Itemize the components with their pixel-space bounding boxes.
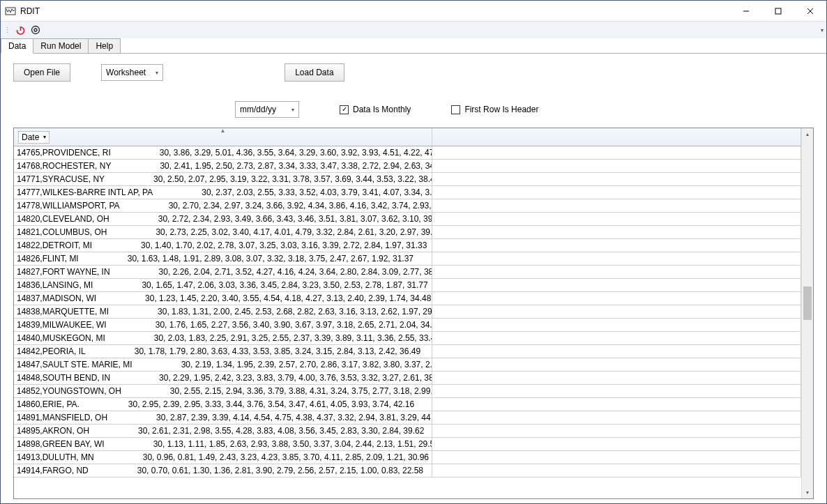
vertical-scrollbar[interactable]: ▴ ▾: [801, 128, 813, 498]
table-row[interactable]: 14842,PEORIA, IL30, 1.78, 1.79, 2.80, 3.…: [14, 345, 801, 358]
grid-cell: [432, 425, 801, 437]
first-row-is-header-checkbox[interactable]: First Row Is Header: [451, 105, 538, 114]
scroll-up-button[interactable]: ▴: [802, 128, 813, 140]
grid-cell: 14895,AKRON, OH30, 2.61, 2.31, 2.98, 3.5…: [14, 425, 432, 437]
table-row[interactable]: 14837,MADISON, WI30, 1.23, 1.45, 2.20, 3…: [14, 292, 801, 305]
grid-cell: 14837,MADISON, WI30, 1.23, 1.45, 2.20, 3…: [14, 292, 432, 305]
chevron-down-icon: ▾: [291, 107, 294, 113]
grid-cell: 14898,GREEN BAY, WI30, 1.13, 1.11, 1.85,…: [14, 438, 432, 450]
grid-cell: 14768,ROCHESTER, NY30, 2.41, 1.95, 2.50,…: [14, 160, 432, 172]
table-row[interactable]: 14826,FLINT, MI30, 1.63, 1.48, 1.91, 2.8…: [14, 252, 801, 266]
grid-cell: 14848,SOUTH BEND, IN30, 2.29, 1.95, 2.42…: [14, 372, 432, 384]
scroll-thumb[interactable]: [803, 287, 812, 320]
grid-header-cell-2[interactable]: [432, 128, 801, 146]
grid-cell: [432, 332, 801, 344]
grid-cell: [432, 438, 801, 450]
table-row[interactable]: 14838,MARQUETTE, MI30, 1.83, 1.31, 2.00,…: [14, 305, 801, 319]
table-row[interactable]: 14821,COLUMBUS, OH30, 2.73, 2.25, 3.02, …: [14, 226, 801, 239]
grid-cell: [432, 213, 801, 225]
load-data-button[interactable]: Load Data: [284, 63, 344, 82]
open-file-button[interactable]: Open File: [13, 63, 70, 82]
grid-cell: 14822,DETROIT, MI30, 1.40, 1.70, 2.02, 2…: [14, 239, 432, 252]
grid-cell: [432, 186, 801, 199]
toolbar-overflow[interactable]: ▾: [821, 27, 824, 33]
grid-cell: 14842,PEORIA, IL30, 1.78, 1.79, 2.80, 3.…: [14, 345, 432, 358]
table-row[interactable]: 14891,MANSFIELD, OH30, 2.87, 2.39, 3.39,…: [14, 411, 801, 425]
grid-cell: [432, 173, 801, 185]
date-column-label: Date: [22, 132, 39, 142]
grid-cell: [432, 411, 801, 424]
table-row[interactable]: 14822,DETROIT, MI30, 1.40, 1.70, 2.02, 2…: [14, 239, 801, 252]
grid-cell: [432, 160, 801, 172]
table-row[interactable]: 14765,PROVIDENCE, RI30, 3.86, 3.29, 5.01…: [14, 146, 801, 160]
table-row[interactable]: 14839,MILWAUKEE, WI30, 1.76, 1.65, 2.27,…: [14, 319, 801, 332]
table-row[interactable]: 14847,SAULT STE. MARIE, MI30, 2.19, 1.34…: [14, 358, 801, 372]
minimize-button[interactable]: [730, 1, 762, 22]
grid-cell: [432, 372, 801, 384]
grid-cell: 14838,MARQUETTE, MI30, 1.83, 1.31, 2.00,…: [14, 305, 432, 318]
table-row[interactable]: 14840,MUSKEGON, MI30, 2.03, 1.83, 2.25, …: [14, 332, 801, 345]
app-icon: [5, 6, 16, 17]
power-icon[interactable]: [14, 24, 26, 36]
grid-cell: [432, 345, 801, 358]
grid-cell: 14836,LANSING, MI30, 1.65, 1.47, 2.06, 3…: [14, 279, 432, 291]
worksheet-select-value: Worksheet: [106, 68, 146, 77]
svg-rect-2: [775, 8, 781, 14]
table-row[interactable]: 14848,SOUTH BEND, IN30, 2.29, 1.95, 2.42…: [14, 372, 801, 385]
tab-help[interactable]: Help: [88, 38, 121, 53]
grid-cell: [432, 146, 801, 159]
table-row[interactable]: 14914,FARGO, ND30, 0.70, 0.61, 1.30, 1.3…: [14, 464, 801, 478]
grid-cell: [432, 319, 801, 331]
grid-cell: [432, 464, 801, 477]
grid-header-cell-date[interactable]: Date ▾ ▲: [14, 128, 432, 146]
worksheet-select[interactable]: Worksheet ▾: [101, 64, 163, 81]
chevron-down-icon: ▾: [43, 134, 46, 140]
scroll-down-button[interactable]: ▾: [802, 487, 813, 498]
checkbox-label: Data Is Monthly: [353, 105, 411, 114]
grid-cell: [432, 358, 801, 371]
grid-header-row: Date ▾ ▲: [14, 128, 801, 146]
grid-cell: [432, 199, 801, 212]
grid-cell: [432, 292, 801, 305]
grid-cell: 14891,MANSFIELD, OH30, 2.87, 2.39, 3.39,…: [14, 411, 432, 424]
grid-cell: [432, 398, 801, 411]
controls-row-2: mm/dd/yy ▾ ✓ Data Is Monthly First Row I…: [13, 101, 814, 118]
table-row[interactable]: 14768,ROCHESTER, NY30, 2.41, 1.95, 2.50,…: [14, 160, 801, 173]
controls-row-1: Open File Worksheet ▾ Load Data: [13, 63, 814, 82]
grid-cell: 14771,SYRACUSE, NY30, 2.50, 2.07, 2.95, …: [14, 173, 432, 185]
table-row[interactable]: 14771,SYRACUSE, NY30, 2.50, 2.07, 2.95, …: [14, 173, 801, 186]
table-row[interactable]: 14852,YOUNGSTOWN, OH30, 2.55, 2.15, 2.94…: [14, 385, 801, 398]
titlebar: RDIT: [1, 1, 826, 22]
grid-cell: [432, 226, 801, 238]
date-format-select[interactable]: mm/dd/yy ▾: [235, 101, 299, 118]
tab-content-data: Open File Worksheet ▾ Load Data mm/dd/yy…: [1, 54, 826, 503]
table-row[interactable]: 14898,GREEN BAY, WI30, 1.13, 1.11, 1.85,…: [14, 438, 801, 451]
grid-cell: 14827,FORT WAYNE, IN30, 2.26, 2.04, 2.71…: [14, 266, 432, 278]
table-row[interactable]: 14860,ERIE, PA.30, 2.95, 2.39, 2.95, 3.3…: [14, 398, 801, 411]
data-is-monthly-checkbox[interactable]: ✓ Data Is Monthly: [340, 105, 411, 114]
chevron-down-icon: ▾: [155, 70, 158, 76]
maximize-button[interactable]: [762, 1, 794, 22]
grid-cell: 14820,CLEVELAND, OH30, 2.72, 2.34, 2.93,…: [14, 213, 432, 225]
grid-cell: 14826,FLINT, MI30, 1.63, 1.48, 1.91, 2.8…: [14, 252, 432, 265]
close-button[interactable]: [794, 1, 826, 22]
tab-data[interactable]: Data: [1, 38, 33, 54]
toolbar-grip: ⋮: [3, 26, 11, 35]
table-row[interactable]: 14836,LANSING, MI30, 1.65, 1.47, 2.06, 3…: [14, 279, 801, 292]
table-row[interactable]: 14778,WILLIAMSPORT, PA30, 2.70, 2.34, 2.…: [14, 199, 801, 213]
grid-cell: 14913,DULUTH, MN30, 0.96, 0.81, 1.49, 2.…: [14, 451, 432, 464]
date-column-combo[interactable]: Date ▾: [18, 131, 50, 144]
grid-cell: 14821,COLUMBUS, OH30, 2.73, 2.25, 3.02, …: [14, 226, 432, 238]
grid-cell: 14840,MUSKEGON, MI30, 2.03, 1.83, 2.25, …: [14, 332, 432, 344]
table-row[interactable]: 14827,FORT WAYNE, IN30, 2.26, 2.04, 2.71…: [14, 266, 801, 279]
svg-point-8: [34, 29, 37, 31]
scroll-track[interactable]: [802, 140, 813, 487]
target-icon[interactable]: [29, 24, 42, 36]
table-row[interactable]: 14820,CLEVELAND, OH30, 2.72, 2.34, 2.93,…: [14, 213, 801, 226]
tab-run-model[interactable]: Run Model: [33, 38, 89, 53]
checkbox-label: First Row Is Header: [464, 105, 538, 114]
table-row[interactable]: 14913,DULUTH, MN30, 0.96, 0.81, 1.49, 2.…: [14, 451, 801, 464]
table-row[interactable]: 14777,WILKES-BARRE INTL AP, PA30, 2.37, …: [14, 186, 801, 199]
date-format-value: mm/dd/yy: [240, 105, 276, 114]
table-row[interactable]: 14895,AKRON, OH30, 2.61, 2.31, 2.98, 3.5…: [14, 425, 801, 438]
